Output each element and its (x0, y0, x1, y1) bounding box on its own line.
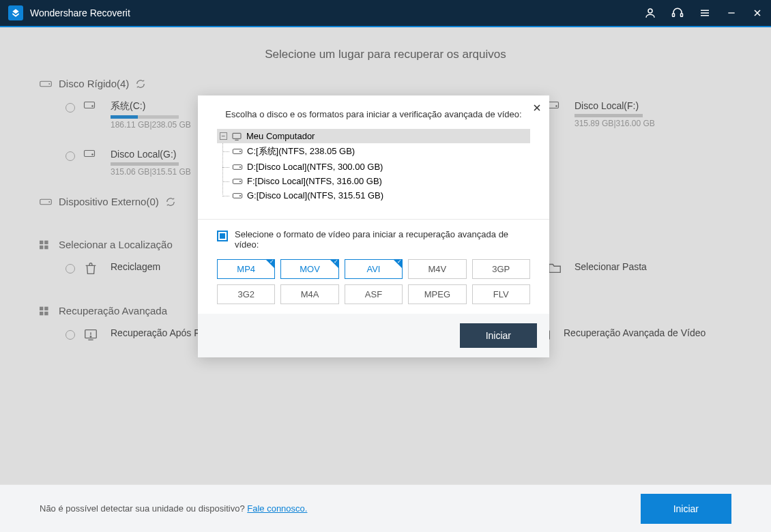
format-m4a[interactable]: M4A (280, 284, 338, 304)
os-crash-radio[interactable] (66, 330, 75, 340)
svg-rect-19 (40, 240, 43, 243)
hdd-section-header: Disco Rígido(4) (40, 78, 731, 89)
svg-point-18 (48, 201, 50, 203)
page-subtitle: Selecione um lugar para recuperar os arq… (40, 48, 731, 61)
svg-rect-24 (44, 306, 48, 310)
tree-root-label: Meu Computador (246, 131, 315, 141)
refresh-icon[interactable] (166, 197, 175, 207)
svg-rect-11 (85, 102, 95, 108)
recycle-label: Reciclagem (111, 261, 160, 272)
menu-icon[interactable] (699, 7, 711, 19)
contact-link[interactable]: Fale connosco. (247, 503, 307, 514)
svg-point-44 (239, 195, 240, 196)
titlebar: Wondershare Recoverit (0, 0, 771, 27)
drive-c-label: 系统(C:) (111, 100, 191, 113)
svg-rect-21 (40, 245, 43, 248)
external-heading: Dispositivo Externo(0) (59, 196, 159, 207)
svg-point-29 (90, 336, 91, 337)
recycle-radio[interactable] (66, 264, 75, 274)
advanced-video-modal: Escolha o disco e os formatos para inici… (198, 95, 549, 357)
advanced-heading: Recuperação Avançada (59, 305, 167, 316)
tree-drive-item[interactable]: D:[Disco Local](NTFS, 300.00 GB) (232, 160, 530, 174)
svg-rect-26 (44, 311, 48, 314)
svg-rect-2 (681, 14, 683, 17)
tree-drive-item[interactable]: C:[系统](NTFS, 238.05 GB) (232, 143, 530, 160)
support-icon[interactable] (671, 7, 684, 19)
svg-rect-22 (44, 245, 48, 248)
minimize-button[interactable] (726, 8, 737, 18)
disk-tree: − Meu Computador C:[系统](NTFS, 238.05 GB)… (198, 129, 549, 209)
location-heading: Selecionar a Localização (59, 239, 173, 250)
svg-rect-15 (85, 151, 95, 157)
svg-point-12 (92, 106, 93, 107)
drive-g-size: 315.06 GB|315.51 GB (111, 167, 191, 177)
close-button[interactable] (752, 8, 763, 18)
drive-f-size: 315.89 GB|316.00 GB (574, 119, 655, 128)
format-mpeg[interactable]: MPEG (408, 284, 466, 304)
collapse-icon[interactable]: − (220, 132, 227, 140)
format-label: Selecione o formato de vídeo para inicia… (235, 229, 530, 250)
hdd-heading: Disco Rígido(4) (59, 78, 129, 89)
format-avi[interactable]: AVI (345, 259, 403, 279)
svg-rect-23 (40, 306, 43, 310)
modal-start-button[interactable]: Iniciar (460, 323, 537, 348)
svg-rect-25 (40, 311, 43, 314)
format-select-checkbox[interactable] (217, 231, 228, 241)
svg-point-16 (92, 154, 93, 156)
tree-drive-item[interactable]: F:[Disco Local](NTFS, 316.00 GB) (232, 174, 530, 188)
start-button[interactable]: Iniciar (641, 494, 731, 524)
svg-rect-13 (549, 102, 559, 108)
adv-video-recovery-item[interactable]: Recuperação Avançada de Vídeo (519, 327, 731, 345)
drive-f[interactable]: Disco Local(F:) 315.89 GB|316.00 GB (529, 100, 721, 130)
tree-root[interactable]: − Meu Computador (217, 129, 530, 143)
format-3gp[interactable]: 3GP (472, 259, 530, 279)
refresh-icon[interactable] (136, 79, 145, 89)
account-icon[interactable] (644, 7, 656, 19)
format-3g2[interactable]: 3G2 (217, 284, 275, 304)
svg-point-42 (239, 181, 240, 181)
adv-video-label: Recuperação Avançada de Vídeo (564, 327, 705, 338)
modal-title: Escolha o disco e os formatos para inici… (198, 95, 549, 129)
app-title: Wondershare Recoverit (30, 8, 644, 18)
svg-point-0 (648, 9, 652, 13)
modal-close-button[interactable] (532, 101, 542, 117)
drive-g-label: Disco Local(G:) (111, 149, 191, 160)
format-m4v[interactable]: M4V (408, 259, 466, 279)
drive-c-size: 186.11 GB|238.05 GB (111, 120, 191, 130)
bottom-bar: Não é possível detectar sua unidade ou d… (0, 484, 771, 532)
svg-rect-35 (233, 133, 241, 138)
format-mov[interactable]: MOV (280, 259, 338, 279)
svg-point-10 (48, 83, 50, 85)
drive-f-label: Disco Local(F:) (574, 100, 655, 111)
tree-drive-item[interactable]: G:[Disco Local](NTFS, 315.51 GB) (232, 188, 530, 203)
select-folder-item[interactable]: Selecionar Pasta (529, 261, 721, 279)
drive-g-radio[interactable] (66, 151, 75, 161)
drive-c-radio[interactable] (66, 103, 75, 113)
format-asf[interactable]: ASF (345, 284, 403, 304)
svg-rect-20 (44, 240, 48, 243)
svg-rect-1 (673, 14, 675, 17)
app-logo (8, 5, 23, 20)
svg-point-40 (239, 166, 240, 167)
format-flv[interactable]: FLV (472, 284, 530, 304)
svg-point-14 (556, 106, 557, 107)
folder-label: Selecionar Pasta (574, 261, 647, 272)
svg-point-38 (239, 151, 240, 151)
format-mp4[interactable]: MP4 (217, 259, 275, 279)
help-message: Não é possível detectar sua unidade ou d… (40, 503, 307, 514)
format-section: Selecione o formato de vídeo para inicia… (198, 219, 549, 314)
